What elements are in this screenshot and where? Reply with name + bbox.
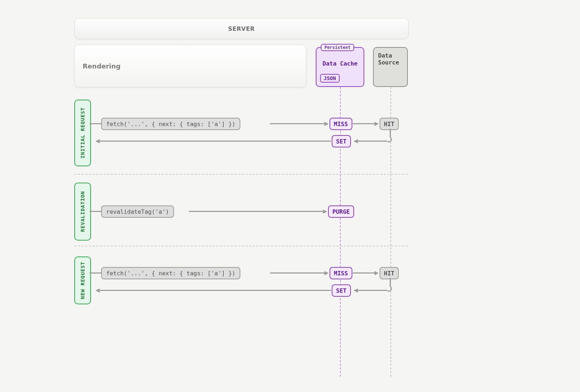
code-pill-fetch-2: fetch('...', { next: { tags: ['a'] })	[101, 267, 240, 279]
data-source-box: DataSource	[373, 47, 408, 87]
cache-lifeline	[340, 87, 341, 377]
arrow-segment	[353, 272, 378, 274]
arrow-segment	[90, 272, 101, 274]
data-cache-box: Persistent Data Cache JSON	[316, 47, 364, 87]
lane-badge-initial: INITIAL REQUEST	[74, 100, 91, 166]
arrow-segment	[354, 290, 387, 291]
arrow-segment	[270, 272, 328, 274]
code-pill-fetch-1: fetch('...', { next: { tags: ['a'] })	[101, 118, 240, 130]
lane-divider	[74, 246, 408, 246]
lane-badge-revalidation: REVALIDATION	[74, 183, 91, 241]
lane-badge-new: NEW REQUEST	[74, 257, 91, 304]
arrow-segment	[96, 290, 331, 291]
code-pill-revalidate: revalidateTag('a')	[101, 205, 174, 218]
diagram-canvas: SERVER Rendering Persistent Data Cache J…	[74, 18, 408, 377]
tag-miss-2: MISS	[330, 267, 352, 279]
lane-label-initial: INITIAL REQUEST	[80, 107, 86, 158]
tag-hit-1: HIT	[380, 118, 399, 130]
arrow-segment	[270, 123, 328, 124]
arrow-segment	[96, 141, 331, 142]
tag-purge: PURGE	[328, 205, 354, 218]
json-pill: JSON	[320, 74, 340, 83]
tag-set-1: SET	[332, 135, 351, 147]
lane-divider	[74, 174, 408, 175]
tag-hit-2: HIT	[380, 267, 399, 279]
arrow-segment	[90, 211, 101, 212]
persistent-pill: Persistent	[321, 44, 354, 51]
tag-set-2: SET	[332, 284, 351, 297]
tag-miss-1: MISS	[330, 118, 352, 130]
lane-label-new: NEW REQUEST	[80, 262, 86, 299]
lane-label-revalidation: REVALIDATION	[80, 191, 86, 232]
data-cache-title: Data Cache	[316, 60, 364, 67]
arrow-segment	[354, 141, 387, 142]
server-banner: SERVER	[74, 18, 409, 39]
rendering-panel: Rendering	[74, 45, 306, 87]
arrow-segment	[90, 123, 101, 124]
arrow-segment	[353, 123, 378, 124]
arrow-segment	[189, 211, 327, 212]
